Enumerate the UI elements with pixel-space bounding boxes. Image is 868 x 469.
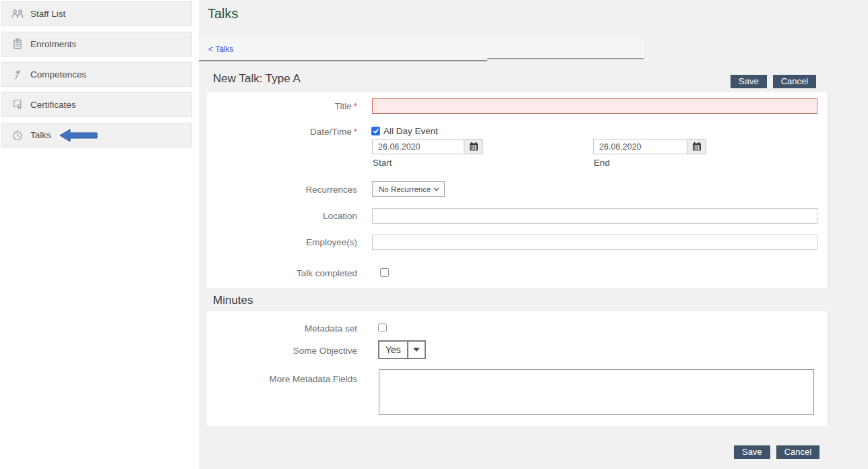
more-metadata-fields-textarea[interactable] [379, 369, 814, 415]
cancel-button-top[interactable]: Cancel [773, 75, 816, 88]
cancel-button-bottom[interactable]: Cancel [776, 445, 819, 459]
save-button-top[interactable]: Save [731, 75, 767, 88]
recurrence-select-value: No Recurrence [373, 185, 433, 193]
sidebar-item-label: Staff List [30, 9, 65, 19]
tab-underline-active [199, 60, 487, 61]
dropdown-arrow-icon[interactable] [407, 342, 425, 358]
metadata-set-checkbox[interactable] [378, 323, 387, 332]
tab-underline-secondary [487, 58, 644, 59]
location-label: Location [195, 211, 357, 221]
required-marker: * [354, 101, 357, 111]
calendar-icon [692, 142, 702, 151]
datetime-label: Date/Time* [195, 127, 357, 137]
employees-input[interactable] [372, 234, 817, 250]
sidebar-item-competences[interactable]: Competences [1, 62, 192, 87]
location-input[interactable] [372, 208, 817, 224]
talks-icon [11, 130, 24, 141]
all-day-event-checkbox[interactable] [371, 127, 380, 135]
some-objective-label: Some Objective [195, 346, 357, 356]
chevron-down-icon [433, 187, 439, 191]
sidebar-item-label: Certificates [30, 100, 76, 110]
staff-list-icon [11, 9, 24, 19]
recurrence-select[interactable]: No Recurrence [372, 181, 445, 197]
metadata-set-label: Metadata set [195, 323, 357, 334]
start-date-calendar-button[interactable] [464, 139, 483, 154]
recurrences-label: Recurrences [195, 185, 357, 195]
sidebar-item-label: Competences [30, 69, 86, 80]
title-label: Title* [195, 101, 357, 111]
enrolments-icon [11, 38, 24, 50]
all-day-event-label: All Day Event [383, 126, 438, 136]
sidebar-item-enrolments[interactable]: Enrolments [1, 32, 192, 57]
start-date-input[interactable] [373, 139, 464, 154]
more-metadata-fields-label: More Metadata Fields [195, 374, 357, 384]
competences-icon [11, 69, 24, 80]
end-date-field [593, 139, 706, 154]
page-title: Talks [208, 6, 239, 22]
save-button-bottom[interactable]: Save [734, 445, 770, 459]
calendar-icon [469, 142, 478, 151]
form-heading: New Talk: Type A [213, 72, 301, 86]
talk-completed-label: Talk completed [195, 268, 357, 278]
app-window: Staff List Enrolments Competences [0, 0, 868, 469]
sidebar: Staff List Enrolments Competences [0, 0, 193, 469]
start-caption: Start [373, 158, 392, 168]
start-date-field [372, 139, 483, 154]
required-marker: * [354, 127, 357, 137]
highlight-arrow-icon [59, 129, 98, 142]
certificates-icon [11, 99, 24, 111]
some-objective-select[interactable]: Yes [378, 340, 426, 359]
some-objective-value: Yes [379, 342, 407, 358]
sidebar-item-staff-list[interactable]: Staff List [1, 1, 192, 26]
end-date-input[interactable] [594, 139, 687, 154]
breadcrumb: < Talks [199, 38, 644, 60]
sidebar-item-label: Enrolments [30, 39, 76, 49]
sidebar-item-certificates[interactable]: Certificates [1, 92, 192, 117]
talk-completed-checkbox[interactable] [380, 268, 389, 277]
employees-label: Employee(s) [195, 237, 357, 247]
end-caption: End [594, 158, 610, 168]
sidebar-item-label: Talks [30, 130, 51, 140]
title-input[interactable] [372, 98, 817, 114]
end-date-calendar-button[interactable] [687, 139, 706, 154]
breadcrumb-back-link[interactable]: < Talks [208, 44, 233, 54]
minutes-heading: Minutes [213, 294, 253, 307]
